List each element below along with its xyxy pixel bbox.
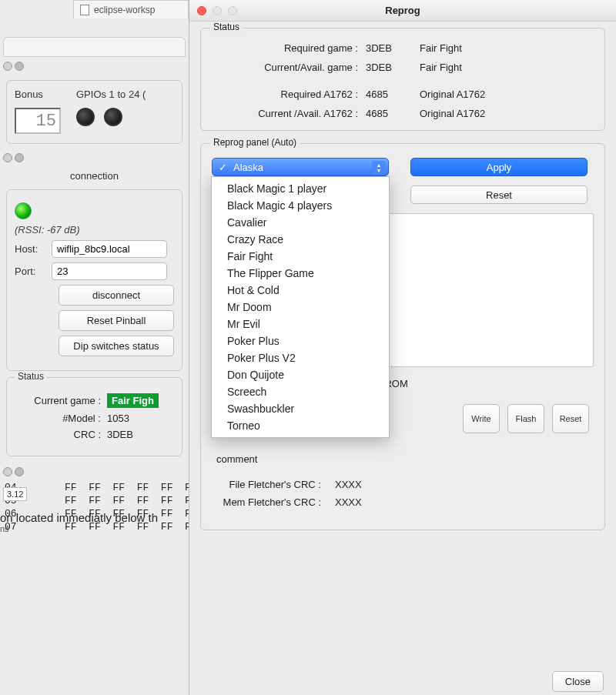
- status-panel: Status Required game : 3DEB Fair Fight C…: [200, 28, 605, 131]
- mem-crc-value: XXXX: [335, 496, 362, 508]
- window-zoom-icon[interactable]: [228, 6, 237, 15]
- required-a1762-crc: 4685: [366, 89, 420, 100]
- version-label: 3.12: [3, 487, 27, 501]
- current-game-label: Current game :: [15, 395, 107, 406]
- truncated-text-small: ns: [0, 524, 189, 533]
- menu-item[interactable]: Crazy Race: [212, 231, 389, 248]
- check-icon: ✓: [219, 162, 227, 173]
- gpio-led-1: [76, 108, 95, 126]
- apply-button[interactable]: Apply: [410, 158, 588, 176]
- menu-item[interactable]: Mr Doom: [212, 299, 389, 316]
- host-label: Host:: [15, 243, 45, 255]
- reprog-window: Reprog Status Required game : 3DEB Fair …: [189, 0, 616, 695]
- pinball-panel: Bonus 15 GPIOs 1 to 24 ( connection (RSS…: [0, 37, 189, 533]
- required-game-label: Required game :: [212, 42, 366, 54]
- current-game-badge: Fair Figh: [107, 393, 159, 408]
- minimize-icon[interactable]: [15, 467, 24, 476]
- crc-label: CRC :: [15, 429, 107, 440]
- model-label: #Model :: [15, 413, 107, 424]
- close-icon[interactable]: [3, 153, 12, 162]
- menu-item[interactable]: Torneo: [212, 417, 389, 434]
- flash-button[interactable]: Flash: [507, 404, 544, 433]
- menu-item[interactable]: Swashbuckler: [212, 400, 389, 417]
- left-status-group: Status Current game : Fair Figh #Model :…: [6, 377, 182, 456]
- minimize-icon[interactable]: [15, 153, 24, 162]
- close-icon[interactable]: [3, 62, 12, 71]
- port-label: Port:: [15, 266, 45, 277]
- menu-item[interactable]: Black Magic 1 player: [212, 180, 389, 197]
- required-a1762-name: Original A1762: [420, 89, 558, 100]
- reset-button[interactable]: Reset: [410, 185, 588, 204]
- required-a1762-label: Required A1762 :: [212, 89, 366, 100]
- menu-item[interactable]: Cavalier: [212, 214, 389, 231]
- game-select[interactable]: ✓ Alaska ▴▾: [212, 158, 389, 176]
- bonus-display: 15: [15, 108, 61, 134]
- disconnect-button[interactable]: disconnect: [59, 285, 174, 306]
- bonus-label: Bonus: [15, 89, 61, 100]
- current-a1762-label: Current /Avail. A1762 :: [212, 108, 366, 119]
- panel-controls: [0, 57, 189, 75]
- current-game-crc: 3DEB: [366, 62, 420, 73]
- current-a1762-crc: 4685: [366, 108, 420, 119]
- chevron-updown-icon: ▴▾: [372, 161, 386, 175]
- truncated-text: on located immediatly below th: [0, 505, 189, 524]
- titlebar[interactable]: Reprog: [189, 0, 616, 22]
- minimize-icon[interactable]: [15, 62, 24, 71]
- comment-label: comment: [216, 453, 594, 465]
- reset-pinball-button[interactable]: Reset Pinball: [59, 310, 174, 331]
- status-led-icon: [15, 202, 32, 219]
- game-select-value: Alaska: [233, 162, 263, 173]
- menu-item[interactable]: Screech: [212, 383, 389, 400]
- document-icon: [80, 5, 89, 15]
- model-value: 1053: [107, 413, 129, 424]
- status-title: Status: [15, 371, 47, 382]
- rssi-label: (RSSI: -67 dB): [15, 224, 174, 236]
- file-crc-label: File Fletcher's CRC :: [212, 479, 335, 490]
- reprog-panel-title: Reprog panel (Auto): [210, 137, 300, 148]
- reprog-panel: Reprog panel (Auto) ✓ Alaska ▴▾ Black Ma…: [200, 143, 605, 530]
- gpio-led-2: [104, 108, 122, 126]
- menu-item[interactable]: Mr Evil: [212, 316, 389, 332]
- panel-controls-2: [0, 149, 189, 167]
- close-icon[interactable]: [3, 467, 12, 476]
- required-game-crc: 3DEB: [366, 42, 420, 54]
- connection-group: (RSSI: -67 dB) Host: Port: disconnect Re…: [6, 189, 182, 371]
- write-button[interactable]: Write: [463, 404, 500, 433]
- reset-prom-button[interactable]: Reset: [552, 404, 589, 433]
- menu-item[interactable]: Poker Plus: [212, 332, 389, 349]
- menu-item[interactable]: Fair Fight: [212, 248, 389, 265]
- crc-value: 3DEB: [107, 429, 133, 440]
- game-select-menu: Black Magic 1 player Black Magic 4 playe…: [211, 176, 390, 438]
- mem-crc-label: Mem Fletcher's CRC :: [212, 496, 335, 508]
- current-a1762-name: Original A1762: [420, 108, 558, 119]
- host-input[interactable]: [52, 240, 167, 258]
- dip-switches-button[interactable]: Dip switches status: [59, 336, 174, 356]
- gpio-label: GPIOs 1 to 24 (: [76, 89, 174, 100]
- connection-title: connection: [0, 167, 189, 185]
- window-minimize-icon[interactable]: [213, 6, 222, 15]
- menu-item[interactable]: Black Magic 4 players: [212, 197, 389, 214]
- file-crc-value: XXXX: [335, 479, 362, 490]
- window-title: Reprog: [385, 5, 420, 16]
- current-game-name: Fair Fight: [420, 62, 558, 73]
- eclipse-tab[interactable]: eclipse-worksp: [73, 0, 189, 18]
- window-close-icon[interactable]: [197, 6, 206, 15]
- port-input[interactable]: [52, 262, 167, 280]
- menu-item[interactable]: Don Quijote: [212, 366, 389, 383]
- menu-item[interactable]: Hot & Cold: [212, 282, 389, 299]
- panel-controls-3: [0, 463, 189, 481]
- menu-item[interactable]: The Flipper Game: [212, 265, 389, 282]
- required-game-name: Fair Fight: [420, 42, 558, 54]
- close-button[interactable]: Close: [552, 671, 604, 692]
- status-panel-title: Status: [210, 22, 243, 32]
- menu-item[interactable]: Poker Plus V2: [212, 349, 389, 366]
- current-game-label: Current/Avail. game :: [212, 62, 366, 73]
- eclipse-tab-label: eclipse-worksp: [94, 5, 155, 15]
